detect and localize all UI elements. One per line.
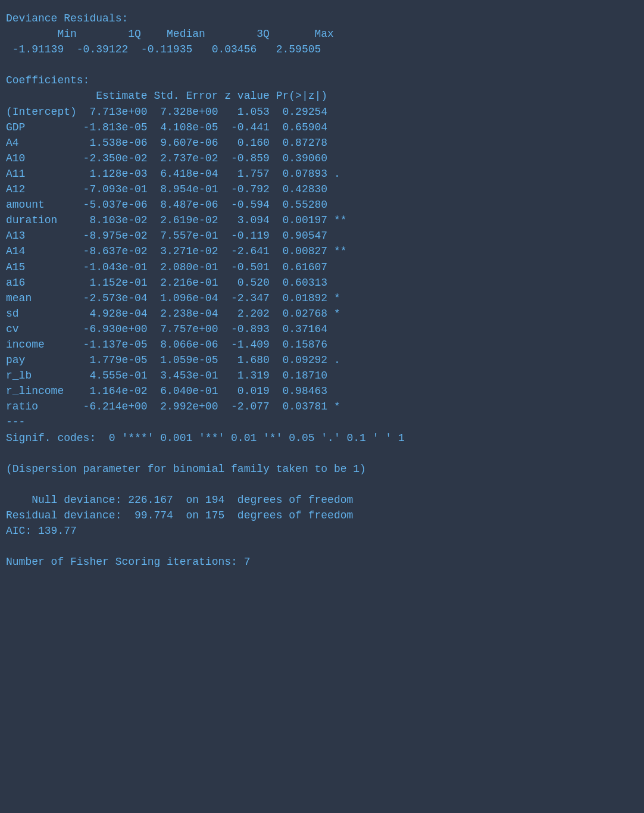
output-line: ---: [6, 414, 638, 430]
output-line: Null deviance: 226.167 on 194 degrees of…: [6, 492, 638, 508]
output-line: a16 1.152e-01 2.216e-01 0.520 0.60313: [6, 275, 638, 290]
output-line: [6, 446, 638, 461]
output-line: pay 1.779e-05 1.059e-05 1.680 0.09292 .: [6, 352, 638, 368]
output-line: (Intercept) 7.713e+00 7.328e+00 1.053 0.…: [6, 104, 638, 120]
output-line: A14 -8.637e-02 3.271e-02 -2.641 0.00827 …: [6, 243, 638, 259]
output-line: duration 8.103e-02 2.619e-02 3.094 0.001…: [6, 212, 638, 228]
output-line: Residual deviance: 99.774 on 175 degrees…: [6, 508, 638, 523]
r-output: Deviance Residuals: Min 1Q Median 3Q Max…: [6, 11, 638, 570]
output-line: A13 -8.975e-02 7.557e-01 -0.119 0.90547: [6, 228, 638, 243]
output-line: income -1.137e-05 8.066e-06 -1.409 0.158…: [6, 337, 638, 352]
output-line: A15 -1.043e-01 2.080e-01 -0.501 0.61607: [6, 259, 638, 275]
output-line: [6, 57, 638, 73]
output-line: mean -2.573e-04 1.096e-04 -2.347 0.01892…: [6, 290, 638, 306]
output-line: Coefficients:: [6, 73, 638, 88]
output-line: [6, 539, 638, 554]
output-line: GDP -1.813e-05 4.108e-05 -0.441 0.65904: [6, 120, 638, 135]
output-line: Signif. codes: 0 '***' 0.001 '**' 0.01 '…: [6, 430, 638, 446]
output-line: Estimate Std. Error z value Pr(>|z|): [6, 88, 638, 104]
output-line: Deviance Residuals:: [6, 11, 638, 26]
output-line: A12 -7.093e-01 8.954e-01 -0.792 0.42830: [6, 182, 638, 197]
output-line: amount -5.037e-06 8.487e-06 -0.594 0.552…: [6, 197, 638, 212]
output-line: -1.91139 -0.39122 -0.11935 0.03456 2.595…: [6, 42, 638, 57]
output-line: A4 1.538e-06 9.607e-06 0.160 0.87278: [6, 135, 638, 151]
output-line: A10 -2.350e-02 2.737e-02 -0.859 0.39060: [6, 151, 638, 166]
output-line: r_lincome 1.164e-02 6.040e-01 0.019 0.98…: [6, 383, 638, 399]
output-line: Min 1Q Median 3Q Max: [6, 26, 638, 42]
output-line: AIC: 139.77: [6, 523, 638, 539]
output-line: A11 1.128e-03 6.418e-04 1.757 0.07893 .: [6, 166, 638, 182]
output-line: Number of Fisher Scoring iterations: 7: [6, 554, 638, 570]
output-line: r_lb 4.555e-01 3.453e-01 1.319 0.18710: [6, 368, 638, 383]
output-line: ratio -6.214e+00 2.992e+00 -2.077 0.0378…: [6, 399, 638, 414]
output-line: sd 4.928e-04 2.238e-04 2.202 0.02768 *: [6, 306, 638, 321]
output-line: [6, 477, 638, 492]
output-line: cv -6.930e+00 7.757e+00 -0.893 0.37164: [6, 321, 638, 337]
output-line: (Dispersion parameter for binomial famil…: [6, 461, 638, 477]
